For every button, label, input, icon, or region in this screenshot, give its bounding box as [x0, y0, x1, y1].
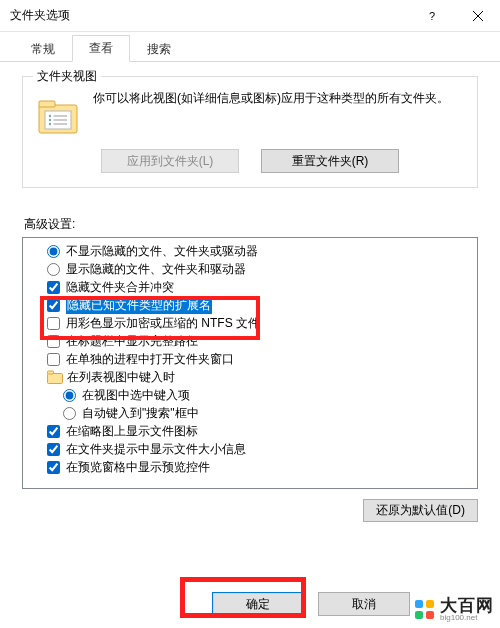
radio-input[interactable] [47, 263, 60, 276]
dialog-footer: 确定 取消 [0, 580, 500, 628]
settings-row[interactable]: 在缩略图上显示文件图标 [47, 422, 477, 440]
window-title: 文件夹选项 [10, 7, 70, 24]
checkbox-input[interactable] [47, 353, 60, 366]
svg-rect-4 [39, 101, 55, 107]
settings-row[interactable]: 隐藏已知文件类型的扩展名 [47, 296, 477, 314]
help-icon: ? [427, 10, 439, 22]
settings-item-label: 在缩略图上显示文件图标 [66, 422, 198, 440]
svg-rect-12 [48, 374, 63, 384]
settings-row[interactable]: 在标题栏中显示完整路径 [47, 332, 477, 350]
settings-row[interactable]: 用彩色显示加密或压缩的 NTFS 文件 [47, 314, 477, 332]
folder-views-group: 文件夹视图 你可以将此视图(如详细信息或图标)应用于这种类型的所有文件夹。 应用… [22, 76, 478, 188]
settings-item-label: 在标题栏中显示完整路径 [66, 332, 198, 350]
settings-row[interactable]: 显示隐藏的文件、文件夹和驱动器 [47, 260, 477, 278]
folder-views-description: 你可以将此视图(如详细信息或图标)应用于这种类型的所有文件夹。 [93, 89, 449, 108]
settings-row[interactable]: 不显示隐藏的文件、文件夹或驱动器 [47, 242, 477, 260]
folder-icon [37, 95, 79, 137]
checkbox-input[interactable] [47, 317, 60, 330]
settings-row[interactable]: 自动键入到"搜索"框中 [47, 404, 477, 422]
svg-rect-13 [48, 371, 54, 374]
settings-row[interactable]: 在预览窗格中显示预览控件 [47, 458, 477, 476]
cancel-button[interactable]: 取消 [318, 592, 410, 616]
settings-item-label: 在列表视图中键入时 [67, 368, 175, 386]
svg-point-7 [49, 119, 51, 121]
help-button[interactable]: ? [410, 0, 455, 32]
settings-row[interactable]: 在视图中选中键入项 [47, 386, 477, 404]
radio-input[interactable] [47, 245, 60, 258]
tab-general[interactable]: 常规 [14, 36, 72, 62]
radio-input[interactable] [63, 407, 76, 420]
svg-point-6 [49, 115, 51, 117]
apply-to-folders-button: 应用到文件夹(L) [101, 149, 239, 173]
svg-text:?: ? [429, 10, 435, 22]
svg-point-8 [49, 123, 51, 125]
radio-input[interactable] [63, 389, 76, 402]
tab-search[interactable]: 搜索 [130, 36, 188, 62]
checkbox-input[interactable] [47, 335, 60, 348]
settings-item-label: 在视图中选中键入项 [82, 386, 190, 404]
settings-row[interactable]: 在文件夹提示中显示文件大小信息 [47, 440, 477, 458]
folder-views-title: 文件夹视图 [33, 68, 101, 85]
close-icon [473, 11, 483, 21]
settings-item-label: 显示隐藏的文件、文件夹和驱动器 [66, 260, 246, 278]
advanced-settings-list[interactable]: 不显示隐藏的文件、文件夹或驱动器显示隐藏的文件、文件夹和驱动器隐藏文件夹合并冲突… [22, 237, 478, 489]
restore-defaults-button[interactable]: 还原为默认值(D) [363, 499, 478, 522]
tab-view[interactable]: 查看 [72, 35, 130, 62]
checkbox-input[interactable] [47, 461, 60, 474]
ok-button[interactable]: 确定 [212, 592, 304, 616]
settings-item-label: 在单独的进程中打开文件夹窗口 [66, 350, 234, 368]
checkbox-input[interactable] [47, 443, 60, 456]
settings-item-label: 在预览窗格中显示预览控件 [66, 458, 210, 476]
settings-row[interactable]: 在单独的进程中打开文件夹窗口 [47, 350, 477, 368]
checkbox-input[interactable] [47, 299, 60, 312]
settings-item-label: 用彩色显示加密或压缩的 NTFS 文件 [66, 314, 260, 332]
settings-item-label: 自动键入到"搜索"框中 [82, 404, 199, 422]
settings-item-label: 不显示隐藏的文件、文件夹或驱动器 [66, 242, 258, 260]
settings-row[interactable]: 在列表视图中键入时 [47, 368, 477, 386]
checkbox-input[interactable] [47, 281, 60, 294]
titlebar: 文件夹选项 ? [0, 0, 500, 32]
settings-row[interactable]: 隐藏文件夹合并冲突 [47, 278, 477, 296]
close-button[interactable] [455, 0, 500, 32]
settings-item-label: 隐藏已知文件类型的扩展名 [66, 296, 212, 314]
settings-item-label: 在文件夹提示中显示文件大小信息 [66, 440, 246, 458]
settings-item-label: 隐藏文件夹合并冲突 [66, 278, 174, 296]
checkbox-input[interactable] [47, 425, 60, 438]
tab-strip: 常规 查看 搜索 [0, 36, 500, 62]
advanced-settings-label: 高级设置: [24, 216, 478, 233]
reset-folders-button[interactable]: 重置文件夹(R) [261, 149, 399, 173]
